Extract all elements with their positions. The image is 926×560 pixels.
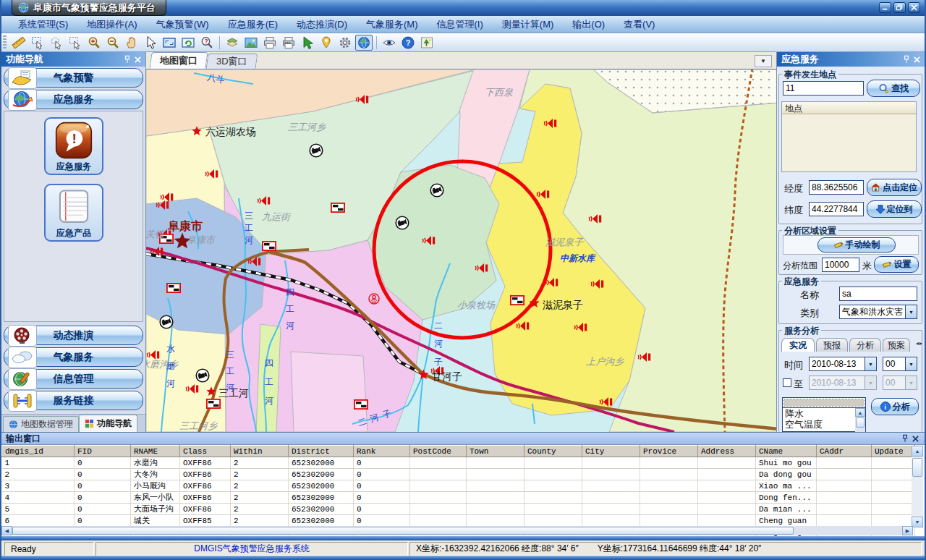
close-button[interactable]	[908, 2, 920, 13]
tab-map-data-management[interactable]: 地图数据管理	[3, 416, 79, 432]
emergency-product-button[interactable]: 应急产品	[44, 184, 103, 242]
select-feature-button[interactable]	[67, 35, 84, 51]
tab-plan[interactable]: 预案	[883, 338, 910, 352]
help-button[interactable]: ?	[399, 35, 417, 51]
table-header-row[interactable]: dmgis_idFIDRNAMEClassWithinDistrictRankP…	[2, 446, 915, 457]
column-header[interactable]: Update	[872, 446, 915, 457]
nav-group-weather-warning[interactable]: 气象预警	[4, 68, 143, 88]
placemark-button[interactable]	[318, 35, 335, 51]
column-header[interactable]: CAddr	[817, 446, 872, 457]
menu-item-2[interactable]: 气象预警(W)	[147, 16, 218, 33]
tab-3d-window[interactable]: 3D窗口	[206, 54, 258, 69]
search-button[interactable]: 查找	[867, 80, 920, 97]
close-icon[interactable]	[132, 55, 143, 64]
column-header[interactable]: Within	[231, 446, 289, 457]
minimize-button[interactable]	[879, 2, 891, 13]
pointer-button[interactable]	[142, 35, 159, 51]
nav-group-info-management[interactable]: 信息管理	[4, 369, 143, 389]
identify-button[interactable]: ?	[198, 35, 216, 51]
measure-button[interactable]	[10, 35, 27, 51]
menu-item-9[interactable]: 查看(V)	[614, 16, 664, 33]
camera-icon[interactable]	[310, 144, 323, 157]
scroll-up-icon[interactable]: ▲	[855, 408, 865, 417]
column-header[interactable]: Town	[467, 446, 524, 457]
analyze-button[interactable]: i 分析	[871, 398, 919, 415]
location-result-list[interactable]: 地点	[781, 101, 917, 172]
manual-draw-button[interactable]: 手动绘制	[817, 237, 896, 253]
map-tab-dropdown-button[interactable]: ▼	[755, 55, 772, 67]
menu-item-8[interactable]: 输出(O)	[563, 16, 614, 33]
tab-map-window[interactable]: 地图窗口	[149, 52, 208, 69]
click-locate-button[interactable]: 点击定位	[867, 179, 922, 196]
service-name-input[interactable]	[839, 287, 917, 301]
menu-item-1[interactable]: 地图操作(A)	[77, 16, 146, 33]
select-lasso-button[interactable]	[48, 35, 65, 51]
pin-icon[interactable]	[122, 55, 132, 64]
location-keyword-input[interactable]	[783, 81, 864, 96]
close-icon[interactable]	[910, 434, 920, 444]
column-header[interactable]: Address	[698, 446, 756, 457]
column-header[interactable]: City	[582, 446, 640, 457]
camera-icon[interactable]	[430, 184, 443, 197]
menu-item-3[interactable]: 应急服务(E)	[218, 16, 287, 33]
column-header[interactable]: Class	[180, 446, 231, 457]
restore-button[interactable]	[893, 2, 906, 13]
latitude-input[interactable]	[809, 202, 864, 216]
column-header[interactable]: Rank	[354, 446, 410, 457]
column-header[interactable]: Provice	[640, 446, 698, 457]
selected-factor-row[interactable]	[784, 399, 864, 406]
zoom-in-button[interactable]	[85, 35, 103, 51]
select-rect-button[interactable]	[29, 35, 46, 51]
menu-item-5[interactable]: 气象服务(M)	[357, 16, 428, 33]
table-row[interactable]: 20大冬沟OXFF8626523020000Da dong gou	[2, 469, 915, 480]
close-icon[interactable]	[912, 55, 922, 64]
camera-icon[interactable]	[396, 216, 409, 229]
map-canvas[interactable]: 八斗 六运湖农场 三工河乡 下西泉 九运街 城关镇 阜康市 阜康市 滋泥泉子 中…	[146, 69, 779, 432]
hour-select[interactable]: 00 ▼	[883, 357, 917, 371]
longitude-input[interactable]	[809, 180, 864, 195]
date-select[interactable]: 2010-08-13 ▼	[809, 357, 877, 371]
range-input[interactable]	[822, 258, 859, 272]
table-row[interactable]: 40东风一小队OXFF8626523020000Dong fen...	[2, 492, 915, 504]
range-set-button[interactable]: 设置	[874, 256, 919, 273]
tab-live[interactable]: 实况	[781, 338, 815, 352]
column-header[interactable]: FID	[75, 446, 131, 457]
tab-analysis[interactable]: 分析	[849, 338, 881, 352]
output-horizontal-scrollbar[interactable]: ◀ ▶	[1, 526, 913, 535]
list-scrollbar[interactable]: ▲	[855, 408, 865, 432]
to-checkbox[interactable]	[783, 378, 791, 387]
column-header[interactable]: CName	[756, 446, 817, 457]
date-to-select[interactable]: 2010-08-13 ▼	[809, 376, 877, 390]
menu-item-4[interactable]: 动态推演(D)	[287, 16, 357, 33]
output-vertical-scrollbar[interactable]: ▲ ▼	[912, 446, 923, 527]
column-header[interactable]: County	[524, 446, 582, 457]
toolbar-grip[interactable]	[3, 35, 7, 50]
nav-group-emergency-service[interactable]: 应急服务	[4, 90, 143, 109]
go-pointer-button[interactable]	[299, 35, 316, 51]
refresh-button[interactable]	[179, 35, 197, 51]
emergency-service-button[interactable]: ! 应急服务	[44, 117, 103, 175]
tab-forecast[interactable]: 预报	[816, 338, 848, 352]
print-button[interactable]	[261, 35, 279, 51]
hour-to-select[interactable]: 00 ▼	[883, 376, 917, 390]
camera-icon[interactable]	[196, 369, 209, 382]
column-header[interactable]: PostCode	[410, 446, 467, 457]
menu-item-6[interactable]: 信息管理(I)	[428, 16, 493, 33]
table-row[interactable]: 50大面场子沟OXFF8626523020000Da mian ...	[2, 504, 915, 515]
pin-icon[interactable]	[900, 434, 910, 444]
flag-icon[interactable]	[207, 399, 220, 408]
locate-to-button[interactable]: 定位到	[867, 200, 922, 218]
flag-icon[interactable]	[331, 203, 344, 212]
nav-group-service-link[interactable]: 服务链接	[4, 391, 143, 410]
nav-group-weather-service[interactable]: 气象服务	[4, 347, 143, 367]
camera-icon[interactable]	[160, 315, 173, 328]
list-item[interactable]: 空气温度	[783, 419, 865, 430]
nav-group-dynamic-deduction[interactable]: 动态推演	[4, 326, 143, 345]
tab-function-navigation[interactable]: 功能导航	[79, 415, 137, 432]
flag-icon[interactable]	[263, 242, 276, 250]
menu-item-0[interactable]: 系统管理(S)	[9, 16, 77, 33]
column-header[interactable]: RNAME	[131, 446, 180, 457]
print-color-button[interactable]	[280, 35, 297, 51]
settings-button[interactable]	[336, 35, 354, 51]
zoom-out-button[interactable]	[104, 35, 122, 51]
